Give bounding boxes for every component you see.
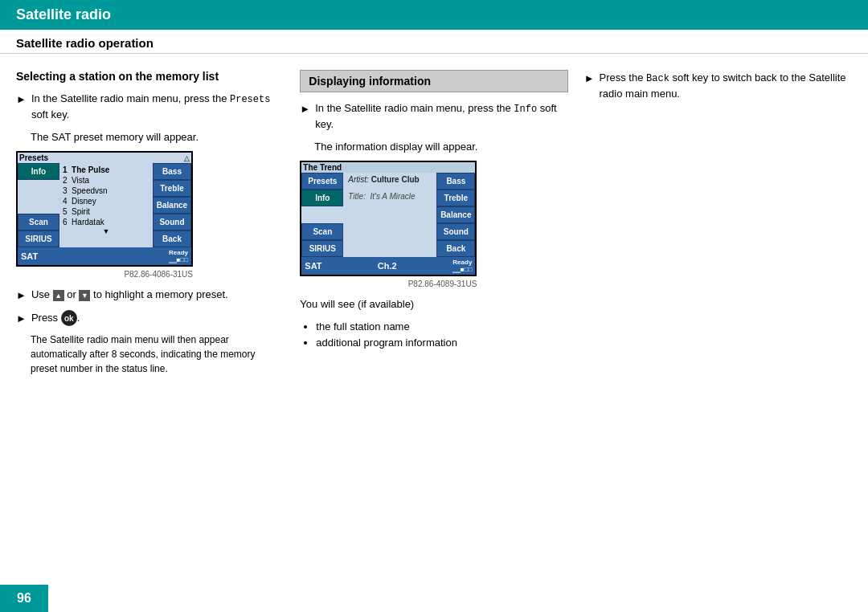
right-step1: ► Press the Back soft key to switch back… (584, 70, 852, 102)
left-section-title: Selecting a station on the memory list (16, 70, 284, 83)
rp2-btn-balance[interactable]: Balance (436, 206, 475, 223)
right-step1-text: Press the Back soft key to switch back t… (600, 70, 852, 102)
rp2-title-value: It's A Miracle (370, 192, 415, 201)
rp1-btn-info[interactable]: Info (18, 163, 59, 180)
rp1-item-1: 1 The Pulse (63, 165, 149, 175)
main-content: Selecting a station on the memory list ►… (0, 54, 868, 390)
rp1-presets-label: Presets (19, 153, 48, 162)
bullet-item-2: additional program information (316, 335, 567, 352)
mid-you-will-see: You will see (if available) (300, 296, 567, 312)
rp2-artist-value: Culture Club (371, 175, 420, 184)
bullet-item-1: the full station name (316, 319, 567, 336)
rp1-bottom: SAT Ready⎯⎯■□□ (18, 247, 191, 265)
rp2-sat-label: SAT (305, 261, 321, 271)
rp1-item-2: 2 Vista (63, 175, 149, 186)
back-code: Back (646, 73, 669, 84)
left-step1: ► In the Satellite radio main menu, pres… (16, 91, 284, 123)
rp1-btn-balance[interactable]: Balance (153, 197, 191, 214)
rp1-status: Ready⎯⎯■□□ (169, 249, 189, 263)
rp2-btn-treble[interactable]: Treble (436, 190, 475, 206)
rp1-caption: P82.86-4086-31US (16, 270, 193, 279)
arrow-icon-2: ► (16, 288, 27, 304)
arrow-icon-3: ► (16, 311, 27, 327)
page-number: 96 (0, 585, 48, 612)
rp2-header-row: The Trend (301, 162, 475, 173)
down-arrow-icon: ▼ (79, 290, 90, 301)
rp1-item-5: 5 Spirit (63, 206, 149, 217)
arrow-icon-1: ► (16, 92, 27, 123)
rp1-item-3: 3 Speedvsn (63, 186, 149, 196)
rp1-btn-scan[interactable]: Scan (18, 214, 59, 231)
rp1-item-4: 4 Disney (63, 196, 149, 206)
display-box-header: Displaying information (300, 70, 567, 92)
left-step3: ► Press ok. (16, 310, 284, 327)
left-step2-text: Use ▲ or ▼ to highlight a memory preset. (31, 287, 228, 304)
rp2-inner: Presets Info Scan SIRIUS Artist: Culture… (301, 173, 475, 257)
arrow-icon-r1: ► (584, 71, 595, 102)
radio-panel-2: The Trend Presets Info Scan SIRIUS Artis… (300, 161, 477, 276)
rp1-btn-treble[interactable]: Treble (153, 180, 191, 197)
rp1-sat-label: SAT (21, 251, 38, 261)
rp1-arrow-down: ▼ (63, 227, 149, 235)
rp2-right-buttons: Bass Treble Balance Sound Back (436, 173, 475, 257)
rp2-center: Artist: Culture Club Title: It's A Mirac… (343, 173, 436, 257)
rp2-btn-sirius[interactable]: SIRIUS (301, 240, 343, 257)
rp2-caption: P82.86-4089-31US (300, 279, 477, 288)
radio-panel-1: Presets △ Info Scan SIRIUS 1 The Pulse 2… (16, 151, 193, 267)
mid-step1-text: In the Satellite radio main menu, press … (315, 100, 567, 133)
rp1-header-row: Presets △ (18, 153, 191, 163)
right-column: ► Press the Back soft key to switch back… (584, 70, 852, 382)
rp2-ch-label: Ch.2 (378, 261, 397, 271)
rp2-btn-presets[interactable]: Presets (301, 173, 343, 190)
rp1-right-buttons: Bass Treble Balance Sound Back (153, 163, 191, 247)
rp1-arrow-up: △ (184, 154, 190, 162)
header-title: Satellite radio (16, 6, 111, 23)
rp1-inner: Info Scan SIRIUS 1 The Pulse 2 Vista 3 S… (18, 163, 191, 247)
rp2-bottom: SAT Ch.2 Ready⎯⎯■□□ (301, 257, 475, 275)
rp2-left-buttons: Presets Info Scan SIRIUS (301, 173, 343, 257)
rp2-artist-row: Artist: Culture Club (346, 174, 433, 185)
rp2-artist-label: Artist: (348, 175, 371, 184)
rp1-item-6: 6 Hardatak (63, 217, 149, 227)
left-step1-result: The SAT preset memory will appear. (31, 129, 284, 145)
rp1-btn-back[interactable]: Back (153, 231, 191, 247)
rp2-spacer (301, 206, 343, 223)
rp2-header-label: The Trend (303, 163, 342, 172)
rp1-spacer1 (18, 180, 59, 214)
rp2-spacer2 (346, 185, 433, 191)
rp1-btn-sirius[interactable]: SIRIUS (18, 231, 59, 247)
rp1-left-buttons: Info Scan SIRIUS (18, 163, 59, 247)
rp2-btn-sound[interactable]: Sound (436, 223, 475, 240)
presets-code: Presets (230, 94, 270, 105)
left-step3-text: Press ok. (31, 310, 80, 327)
rp1-center: 1 The Pulse 2 Vista 3 Speedvsn 4 Disney … (59, 163, 153, 247)
up-arrow-icon: ▲ (53, 290, 64, 301)
rp2-btn-info[interactable]: Info (301, 190, 343, 206)
arrow-icon-m1: ► (300, 101, 310, 133)
mid-step1-result: The information display will appear. (314, 139, 567, 155)
info-code: Info (514, 104, 537, 115)
left-step1-text: In the Satellite radio main menu, press … (31, 91, 284, 123)
rp2-btn-scan[interactable]: Scan (301, 223, 343, 240)
subheader-title: Satellite radio operation (16, 36, 154, 50)
rp2-spacer3 (346, 202, 433, 208)
rp2-btn-bass[interactable]: Bass (436, 173, 475, 190)
mid-step1: ► In the Satellite radio main menu, pres… (300, 100, 567, 133)
header-bar: Satellite radio (0, 0, 868, 30)
ok-button[interactable]: ok (61, 310, 77, 326)
subheader: Satellite radio operation (0, 30, 868, 54)
rp2-btn-back[interactable]: Back (436, 240, 475, 257)
left-step3-result: The Satellite radio main menu will then … (31, 333, 284, 376)
rp2-title-label: Title: (348, 192, 370, 201)
mid-column: Displaying information ► In the Satellit… (300, 70, 567, 382)
rp1-btn-bass[interactable]: Bass (153, 163, 191, 180)
rp2-title-row: Title: It's A Miracle (346, 191, 433, 202)
rp2-status: Ready⎯⎯■□□ (452, 259, 473, 273)
left-step2: ► Use ▲ or ▼ to highlight a memory prese… (16, 287, 284, 304)
left-column: Selecting a station on the memory list ►… (16, 70, 284, 382)
rp1-btn-sound[interactable]: Sound (153, 214, 191, 231)
mid-bullet-list: the full station name additional program… (300, 319, 567, 353)
